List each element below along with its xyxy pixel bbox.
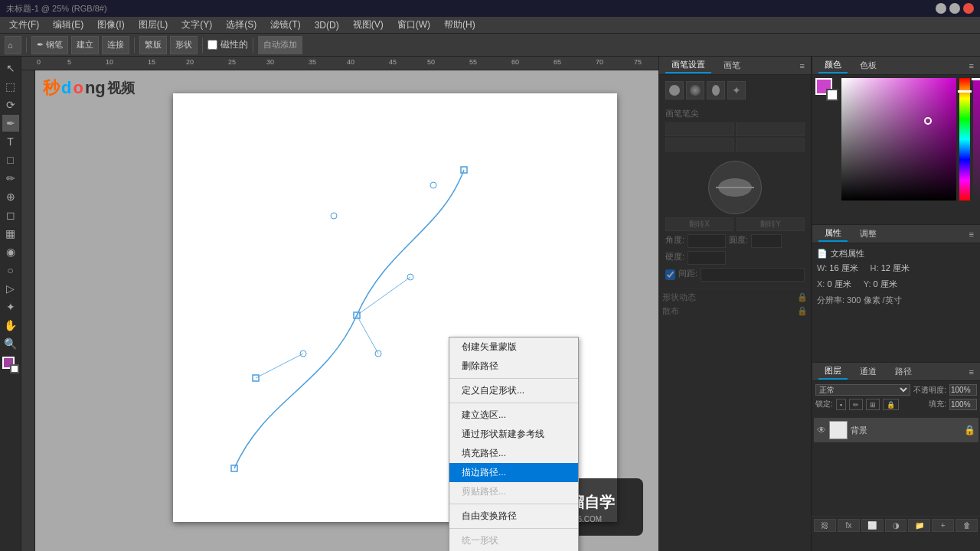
tab-adjustments[interactable]: 调整 (854, 227, 883, 241)
layers-panel-header: 图层 通道 路径 ≡ (812, 363, 980, 381)
path-select-tool[interactable]: ▷ (2, 280, 19, 297)
eyedropper-tool[interactable]: ✦ (2, 298, 19, 315)
width-label: W: (817, 263, 827, 272)
tab-paths[interactable]: 路径 (889, 364, 918, 379)
panel-menu-icon[interactable]: ≡ (800, 61, 805, 70)
eye-icon[interactable]: 👁 (817, 425, 826, 435)
tab-swatch[interactable]: 色板 (854, 58, 883, 73)
add-mask-btn[interactable]: ⬜ (861, 519, 884, 532)
fan-button[interactable]: 繁版 (139, 36, 167, 54)
pen-tool[interactable]: ✒ (2, 115, 19, 132)
shape-tool[interactable]: □ (2, 152, 19, 168)
app-title: 未标题-1 @ 25% (RGB/8#) (6, 3, 107, 15)
text-tool[interactable]: T (2, 133, 19, 150)
lock-icon1: 🔒 (797, 292, 808, 302)
gradient-tool[interactable]: ▦ (2, 225, 19, 242)
brush-hard[interactable] (707, 81, 725, 99)
add-adjustment-btn[interactable]: ◑ (885, 519, 907, 532)
properties-menu[interactable]: ≡ (969, 230, 974, 239)
menu-window[interactable]: 窗口(W) (391, 17, 436, 33)
menu-select[interactable]: 选择(S) (220, 17, 263, 33)
blur-tool[interactable]: ◉ (2, 243, 19, 260)
home-button[interactable]: ⌂ (5, 36, 21, 54)
eraser-tool[interactable]: ◻ (2, 207, 19, 223)
layers-list: 👁 背景 🔒 (812, 416, 980, 444)
round-input[interactable] (751, 234, 782, 248)
delete-layer-btn[interactable]: 🗑 (956, 519, 978, 532)
new-layer-btn[interactable]: + (932, 519, 954, 532)
layers-menu[interactable]: ≡ (969, 367, 974, 377)
alpha-slider[interactable] (973, 78, 980, 201)
brush-round[interactable] (665, 81, 684, 99)
menu-view[interactable]: 视图(V) (347, 17, 390, 33)
lock-all[interactable]: 🔒 (883, 399, 899, 410)
flip-x[interactable]: 翻转X (665, 217, 733, 231)
clone-tool[interactable]: ⊕ (2, 188, 19, 205)
menu-layer[interactable]: 图层(L) (132, 17, 175, 33)
menu-file[interactable]: 文件(F) (3, 17, 45, 33)
hue-slider[interactable] (959, 78, 970, 201)
lasso-tool[interactable]: ⟳ (2, 96, 19, 113)
ctx-make-selection[interactable]: 建立选区... (449, 406, 578, 425)
move-tool[interactable]: ↖ (2, 60, 19, 77)
tab-channels[interactable]: 通道 (854, 364, 883, 379)
flip-y[interactable]: 翻转Y (737, 217, 805, 231)
brush-soft[interactable] (686, 81, 704, 99)
ctx-define-shape[interactable]: 定义自定形状... (449, 381, 578, 400)
scattering-row: 散布 🔒 (662, 305, 808, 317)
spacing-input[interactable] (701, 268, 805, 282)
menu-edit[interactable]: 编辑(E) (47, 17, 90, 33)
canvas-area: 0 5 10 15 20 25 30 35 40 45 50 55 60 65 … (21, 57, 658, 551)
foreground-color[interactable] (2, 357, 19, 373)
magnetic-checkbox[interactable] (207, 40, 217, 50)
menu-filter[interactable]: 滤镜(T) (264, 17, 306, 33)
select-tool[interactable]: ⬚ (2, 78, 19, 95)
tab-brush[interactable]: 画笔 (717, 58, 746, 73)
tab-brush-settings[interactable]: 画笔设置 (665, 57, 711, 73)
fill-input[interactable] (949, 399, 977, 410)
hardness-input[interactable] (688, 251, 726, 265)
ctx-free-transform[interactable]: 自由变换路径 (449, 507, 578, 526)
minimize-button[interactable] (936, 3, 946, 14)
tab-layers[interactable]: 图层 (818, 364, 848, 380)
color-panel-menu[interactable]: ≡ (969, 61, 974, 70)
connect-button[interactable]: 连接 (102, 36, 129, 54)
lock-transparent[interactable]: ▪ (836, 399, 846, 410)
menu-image[interactable]: 图像(I) (91, 17, 130, 33)
brush-star[interactable]: ✦ (727, 81, 746, 99)
angle-input[interactable] (688, 234, 726, 248)
blend-mode-select[interactable]: 正常 (815, 384, 910, 396)
ctx-fill-path[interactable]: 填充路径... (449, 444, 578, 463)
new-group-btn[interactable]: 📁 (908, 519, 930, 532)
spacing-checkbox[interactable] (665, 268, 675, 282)
layer-item-background[interactable]: 👁 背景 🔒 (814, 418, 978, 442)
hand-tool[interactable]: ✋ (2, 317, 19, 334)
maximize-button[interactable] (949, 3, 960, 14)
lock-transform[interactable]: ⊞ (866, 399, 880, 410)
pen-tool-button[interactable]: ✒ 钢笔 (31, 36, 68, 54)
lock-brush[interactable]: ✏ (849, 399, 863, 410)
brush-tool[interactable]: ✏ (2, 170, 19, 187)
zoom-tool[interactable]: 🔍 (2, 335, 19, 352)
link-layers-btn[interactable]: ⛓ (814, 519, 836, 532)
menu-3d[interactable]: 3D(D) (309, 18, 345, 32)
auto-add-button[interactable]: 自动添加 (258, 36, 302, 54)
color-spectrum[interactable] (841, 78, 956, 201)
add-style-btn[interactable]: fx (838, 519, 860, 532)
ctx-new-guide[interactable]: 通过形状新建参考线 (449, 425, 578, 444)
build-button[interactable]: 建立 (71, 36, 99, 54)
ctx-delete-path[interactable]: 删除路径 (449, 357, 578, 376)
y-label: Y: (864, 279, 871, 289)
background-swatch[interactable] (826, 89, 838, 101)
dodge-tool[interactable]: ○ (2, 262, 19, 279)
menu-help[interactable]: 帮助(H) (438, 17, 482, 33)
canvas-content[interactable]: 创建矢量蒙版 删除路径 定义自定形状... 建立选区... 通过形状新建参考线 … (35, 70, 658, 551)
shape-button[interactable]: 形状 (170, 36, 198, 54)
close-button[interactable] (963, 3, 974, 14)
ctx-stroke-path[interactable]: 描边路径... (449, 463, 578, 482)
menu-text[interactable]: 文字(Y) (175, 17, 218, 33)
ctx-create-mask[interactable]: 创建矢量蒙版 (449, 337, 578, 357)
tab-color[interactable]: 颜色 (818, 57, 848, 73)
tab-properties[interactable]: 属性 (818, 226, 848, 242)
opacity-input[interactable] (949, 384, 977, 396)
